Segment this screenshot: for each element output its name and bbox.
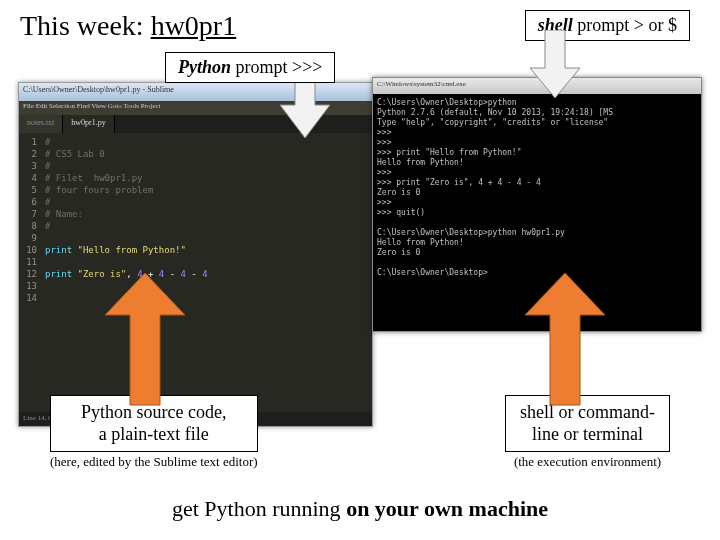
footer-bold: on your own machine — [346, 496, 548, 521]
page-title: This week: hw0pr1 — [20, 10, 236, 42]
footer-text: get Python running on your own machine — [0, 496, 720, 522]
svg-marker-1 — [530, 30, 580, 98]
python-prompt-rest: prompt >>> — [231, 57, 322, 77]
title-prefix: This week: — [20, 10, 151, 41]
editor-code[interactable]: # # CS5 Lab 0 # # Filet hw0pr1.py # four… — [41, 133, 372, 413]
source-code-sub: (here, edited by the Sublime text editor… — [50, 454, 258, 470]
terminal-sub: (the execution environment) — [505, 454, 670, 470]
terminal-line2: line or terminal — [532, 424, 643, 444]
source-code-line2: a plain-text file — [99, 424, 209, 444]
python-prompt-italic: Python — [178, 57, 231, 77]
python-prompt-label: Python prompt >>> — [165, 52, 335, 83]
editor-gutter: 1234567891011121314 — [19, 133, 41, 413]
svg-marker-3 — [525, 273, 605, 405]
editor-tab-hw0pr1[interactable]: hw0pr1.py — [63, 115, 114, 133]
footer-prefix: get Python running — [172, 496, 346, 521]
editor-tab-notes[interactable]: notes.txt — [19, 115, 63, 133]
editor-body: 1234567891011121314 # # CS5 Lab 0 # # Fi… — [19, 133, 372, 413]
title-hw-link: hw0pr1 — [151, 10, 237, 41]
arrow-source-code — [100, 270, 190, 410]
arrow-terminal — [520, 270, 610, 410]
svg-marker-2 — [105, 273, 185, 405]
arrow-shell-prompt — [520, 30, 590, 100]
